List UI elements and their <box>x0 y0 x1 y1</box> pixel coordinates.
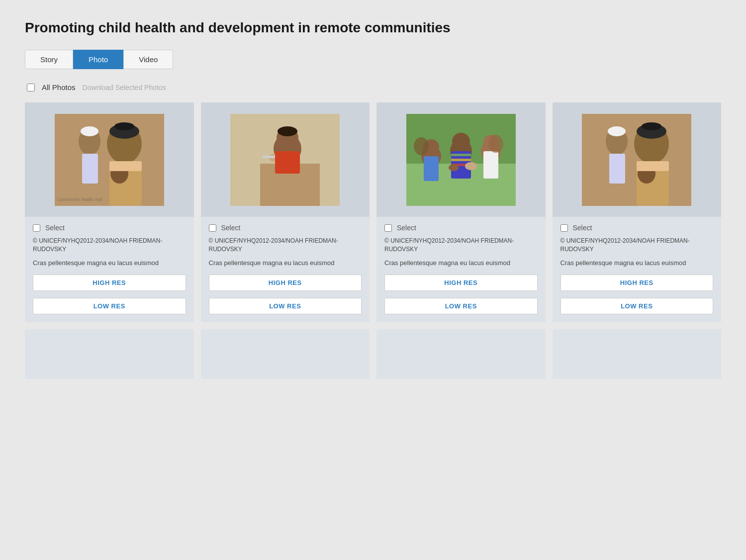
select-row-1: Select <box>33 224 186 232</box>
low-res-button-2[interactable]: LOW RES <box>209 298 362 314</box>
svg-rect-51 <box>609 154 625 184</box>
empty-card-3 <box>376 329 546 379</box>
photo-select-checkbox-2[interactable] <box>209 224 216 232</box>
svg-point-52 <box>608 126 626 136</box>
low-res-button-4[interactable]: LOW RES <box>560 298 714 314</box>
svg-point-41 <box>488 135 503 153</box>
empty-card-4 <box>553 329 722 379</box>
select-label-4: Select <box>573 224 592 232</box>
svg-rect-20 <box>263 156 277 158</box>
photo-image-area-3 <box>376 102 546 217</box>
tab-video[interactable]: Video <box>123 50 173 69</box>
photo-card-body-3: Select © UNICEF/NYHQ2012-2034/NOAH FRIED… <box>376 217 546 322</box>
high-res-button-2[interactable]: HIGH RES <box>209 275 362 291</box>
photo-image-1: Community health visit <box>55 114 164 206</box>
low-res-button-1[interactable]: LOW RES <box>33 298 186 314</box>
svg-rect-53 <box>637 161 669 171</box>
photo-card-body-2: Select © UNICEF/NYHQ2012-2034/NOAH FRIED… <box>201 217 370 322</box>
photo-card-2: Select © UNICEF/NYHQ2012-2034/NOAH FRIED… <box>201 102 370 322</box>
svg-point-17 <box>278 126 297 136</box>
svg-rect-33 <box>451 154 471 156</box>
photo-image-2 <box>230 114 340 206</box>
svg-rect-38 <box>483 151 498 179</box>
toolbar: All Photos Download Selected Photos <box>25 83 721 92</box>
svg-point-39 <box>465 162 477 170</box>
photo-card-body-4: Select © UNICEF/NYHQ2012-2034/NOAH FRIED… <box>553 217 722 322</box>
high-res-button-4[interactable]: HIGH RES <box>560 275 714 291</box>
svg-point-31 <box>452 133 470 150</box>
photo-card-3: Select © UNICEF/NYHQ2012-2034/NOAH FRIED… <box>376 102 546 322</box>
photo-caption-3: Cras pellentesque magna eu lacus euismod <box>384 259 538 268</box>
select-label-2: Select <box>221 224 241 232</box>
empty-card-2 <box>201 329 370 379</box>
photo-select-checkbox-1[interactable] <box>33 224 40 232</box>
svg-rect-8 <box>82 154 98 184</box>
svg-rect-22 <box>275 151 300 174</box>
photo-image-area-1: Community health visit <box>25 102 194 217</box>
empty-card-1 <box>25 329 194 379</box>
high-res-button-1[interactable]: HIGH RES <box>33 275 186 291</box>
photo-image-3 <box>406 114 516 206</box>
high-res-button-3[interactable]: HIGH RES <box>384 275 538 291</box>
svg-point-9 <box>81 126 98 136</box>
photo-card: Community health visit Select © UNICEF/N… <box>25 102 194 322</box>
select-row-2: Select <box>209 224 362 232</box>
svg-point-47 <box>642 122 661 130</box>
photo-image-area-2 <box>201 102 370 217</box>
svg-point-42 <box>414 137 429 155</box>
photo-select-checkbox-3[interactable] <box>384 224 392 232</box>
photo-credit-4: © UNICEF/NYHQ2012-2034/NOAH FRIEDMAN-RUD… <box>560 237 714 254</box>
svg-rect-10 <box>109 161 142 171</box>
svg-point-4 <box>114 122 134 130</box>
svg-rect-34 <box>451 159 471 161</box>
photo-credit-1: © UNICEF/NYHQ2012-2034/NOAH FRIEDMAN-RUD… <box>33 237 186 254</box>
tab-story[interactable]: Story <box>25 50 73 69</box>
tab-bar: Story Photo Video <box>25 50 721 69</box>
all-photos-checkbox[interactable] <box>27 84 35 92</box>
photo-card-body-1: Select © UNICEF/NYHQ2012-2034/NOAH FRIED… <box>25 217 194 322</box>
photo-credit-3: © UNICEF/NYHQ2012-2034/NOAH FRIEDMAN-RUD… <box>384 237 538 254</box>
photo-card-4: Select © UNICEF/NYHQ2012-2034/NOAH FRIED… <box>553 102 722 322</box>
select-row-3: Select <box>384 224 538 232</box>
svg-point-40 <box>449 164 459 171</box>
all-photos-label: All Photos <box>42 83 76 92</box>
tab-photo[interactable]: Photo <box>73 50 123 69</box>
photo-caption-1: Cras pellentesque magna eu lacus euismod <box>33 259 186 268</box>
photos-grid: Community health visit Select © UNICEF/N… <box>25 102 721 322</box>
select-label-1: Select <box>45 224 65 232</box>
select-label-3: Select <box>397 224 416 232</box>
photo-select-checkbox-4[interactable] <box>560 224 568 232</box>
second-row <box>25 329 721 379</box>
svg-text:Community health visit: Community health visit <box>57 197 102 202</box>
download-selected-label[interactable]: Download Selected Photos <box>83 84 166 92</box>
photo-caption-2: Cras pellentesque magna eu lacus euismod <box>209 259 362 268</box>
photo-credit-2: © UNICEF/NYHQ2012-2034/NOAH FRIEDMAN-RUD… <box>209 237 362 254</box>
photo-image-area-4 <box>553 102 722 217</box>
low-res-button-3[interactable]: LOW RES <box>384 298 538 314</box>
svg-rect-29 <box>424 156 439 181</box>
photo-caption-4: Cras pellentesque magna eu lacus euismod <box>560 259 714 268</box>
page-title: Promoting child health and development i… <box>25 20 721 36</box>
photo-image-4 <box>582 114 691 206</box>
select-row-4: Select <box>560 224 714 232</box>
